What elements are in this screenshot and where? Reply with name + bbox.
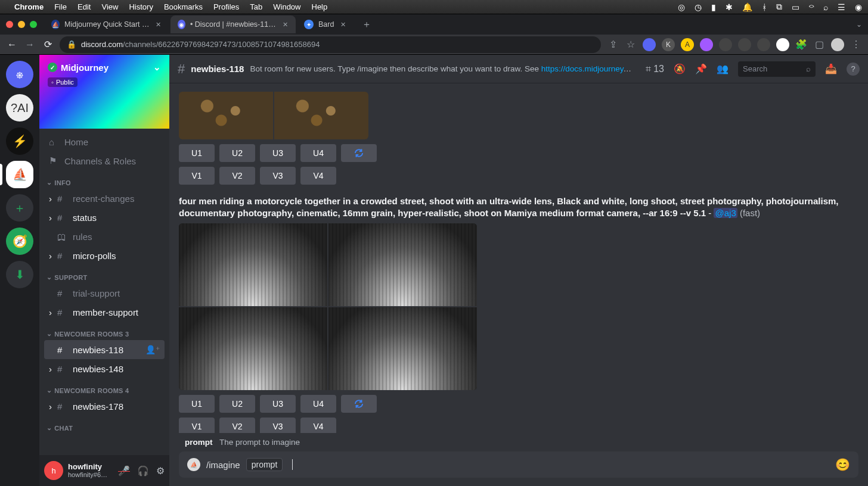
category-support[interactable]: ⌄SUPPORT	[44, 265, 165, 284]
close-icon[interactable]: ✕	[339, 20, 347, 29]
u2-button[interactable]: U2	[219, 395, 255, 413]
window-controls[interactable]	[6, 21, 37, 28]
extension-icon[interactable]	[643, 38, 656, 51]
channel-newbies-178[interactable]: ›#newbies-178	[44, 397, 165, 416]
server-item[interactable]: ?AI	[6, 94, 33, 122]
u4-button[interactable]: U4	[300, 395, 336, 413]
sidepanel-icon[interactable]: ▢	[813, 39, 825, 51]
extension-icon[interactable]: K	[662, 38, 675, 51]
u3-button[interactable]: U3	[260, 395, 296, 413]
u1-button[interactable]: U1	[179, 144, 215, 162]
members-icon[interactable]: 👥	[717, 63, 728, 74]
deafen-icon[interactable]: 🎧	[137, 465, 149, 476]
menu-window[interactable]: Window	[273, 2, 300, 11]
help-icon[interactable]: ?	[847, 63, 860, 76]
tab-discord[interactable]: ◉ • Discord | #newbies-118 | Mid… ✕	[170, 15, 296, 33]
v2-button[interactable]: V2	[219, 418, 255, 434]
emoji-button[interactable]: 😊	[835, 457, 850, 472]
extension-icon[interactable]	[719, 38, 732, 51]
u3-button[interactable]: U3	[260, 144, 296, 162]
invite-icon[interactable]: 👤⁺	[145, 345, 160, 354]
server-header[interactable]: ✓ Midjourney ⌄	[48, 62, 161, 73]
server-item[interactable]: ⚡	[6, 127, 33, 155]
image-tile[interactable]	[179, 92, 273, 139]
v4-button[interactable]: V4	[300, 418, 336, 434]
user-mention[interactable]: @aj3	[714, 208, 737, 218]
v1-button[interactable]: V1	[179, 167, 215, 185]
channel-topic[interactable]: Bot room for new users. Type /imagine th…	[250, 64, 631, 73]
channel-status[interactable]: ›#status	[44, 208, 165, 227]
control-center-icon[interactable]: ☰	[838, 2, 845, 12]
channel-micro-polls[interactable]: ›#micro-polls	[44, 246, 165, 265]
command-param-chip[interactable]: prompt	[246, 458, 283, 471]
category-newcomer-4[interactable]: ⌄NEWCOMER ROOMS 4	[44, 378, 165, 397]
v4-button[interactable]: V4	[300, 167, 336, 185]
menu-bookmarks[interactable]: Bookmarks	[164, 2, 203, 11]
search-input[interactable]: Search⌕	[738, 61, 816, 77]
address-bar[interactable]: 🔒 discord.com/channels/66226797698429747…	[60, 36, 601, 53]
wifi-icon[interactable]: ⌔	[809, 2, 814, 12]
status-icon[interactable]: ▮	[711, 2, 716, 12]
tab-midjourney-docs[interactable]: ⛵ Midjourney Quick Start Guide ✕	[44, 15, 169, 33]
tab-overflow-icon[interactable]: ⌄	[856, 20, 862, 29]
nav-home[interactable]: ⌂Home	[44, 132, 165, 151]
u1-button[interactable]: U1	[179, 395, 215, 413]
channel-scroll[interactable]: ⌂Home ⚑Channels & Roles ⌄INFO ›#recent-c…	[39, 129, 169, 455]
image-tile[interactable]	[274, 92, 368, 139]
channel-trial-support[interactable]: #trial-support	[44, 284, 165, 303]
v1-button[interactable]: V1	[179, 418, 215, 434]
menu-tab[interactable]: Tab	[250, 2, 262, 11]
status-icon[interactable]: ✱	[726, 2, 733, 12]
profile-avatar-icon[interactable]	[776, 38, 789, 51]
server-discord-home[interactable]: ⎈	[6, 61, 33, 88]
reroll-button[interactable]	[341, 144, 377, 162]
menu-file[interactable]: File	[54, 2, 67, 11]
pinned-icon[interactable]: 📌	[695, 63, 707, 74]
reroll-button[interactable]	[341, 395, 377, 413]
category-chat[interactable]: ⌄CHAT	[44, 416, 165, 434]
channel-newbies-148[interactable]: ›#newbies-148	[44, 359, 165, 378]
image-tile[interactable]	[328, 307, 477, 390]
screen-mirror-icon[interactable]: ⧉	[776, 2, 782, 12]
generated-image-grid[interactable]	[179, 223, 477, 390]
menu-history[interactable]: History	[129, 2, 153, 11]
back-button[interactable]: ←	[6, 39, 18, 51]
topic-link[interactable]: https://docs.midjourney.com/	[541, 64, 632, 73]
extension-icon[interactable]: A	[681, 38, 694, 51]
extension-icon[interactable]	[757, 38, 770, 51]
extension-icon[interactable]	[738, 38, 751, 51]
v3-button[interactable]: V3	[260, 418, 296, 434]
clock-icon[interactable]: ◷	[695, 2, 702, 12]
mute-icon[interactable]: 🎤	[118, 465, 130, 476]
message-list[interactable]: U1 U2 U3 U4 V1 V2 V3 V4 four men riding …	[169, 83, 868, 433]
maximize-window[interactable]	[30, 21, 37, 28]
tab-bard[interactable]: ✦ Bard ✕	[297, 15, 354, 33]
add-server-button[interactable]: ＋	[6, 194, 33, 222]
menu-edit[interactable]: Edit	[78, 2, 91, 11]
user-avatar[interactable]: h	[44, 461, 63, 480]
u4-button[interactable]: U4	[300, 144, 336, 162]
siri-icon[interactable]: ◉	[855, 2, 862, 12]
status-icon[interactable]: ◎	[678, 2, 685, 12]
category-info[interactable]: ⌄INFO	[44, 170, 165, 189]
bookmark-icon[interactable]: ☆	[625, 39, 637, 51]
close-icon[interactable]: ✕	[155, 20, 162, 29]
v3-button[interactable]: V3	[260, 167, 296, 185]
threads-button[interactable]: ⌗13	[646, 64, 664, 74]
image-tile[interactable]	[328, 223, 477, 306]
download-apps-button[interactable]: ⬇	[6, 261, 33, 288]
active-app[interactable]: Chrome	[14, 2, 44, 11]
minimize-window[interactable]	[18, 21, 25, 28]
bluetooth-icon[interactable]: ᚼ	[762, 2, 767, 12]
attach-button[interactable]: ⛵	[187, 458, 200, 471]
server-midjourney[interactable]: ⛵	[6, 161, 33, 188]
explore-servers-button[interactable]: 🧭	[6, 228, 33, 255]
new-tab-button[interactable]: ＋	[359, 17, 374, 32]
category-newcomer-3[interactable]: ⌄NEWCOMER ROOMS 3	[44, 322, 165, 340]
search-icon[interactable]: ⌕	[823, 2, 828, 12]
share-icon[interactable]: ⇪	[607, 39, 619, 51]
image-tile[interactable]	[179, 307, 327, 390]
forward-button[interactable]: →	[24, 39, 36, 51]
image-tile[interactable]	[179, 223, 327, 306]
notifications-icon[interactable]: 🔕	[674, 63, 686, 74]
